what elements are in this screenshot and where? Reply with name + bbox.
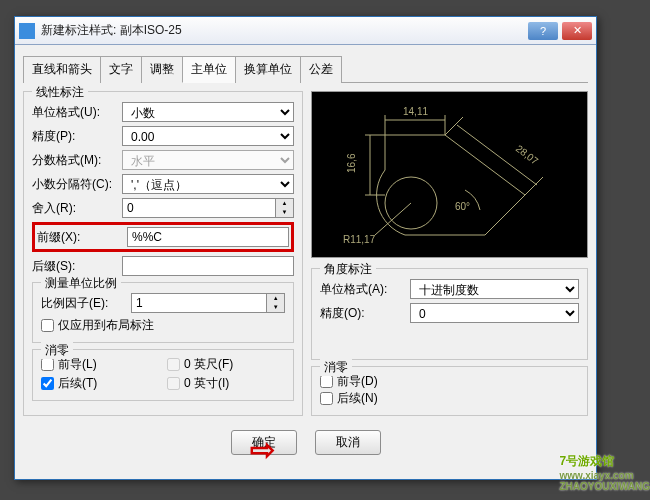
tab-text[interactable]: 文字 bbox=[100, 56, 142, 83]
round-spinner[interactable]: ▲▼ bbox=[276, 198, 294, 218]
annotation-arrow-icon: ⇨ bbox=[250, 432, 275, 467]
svg-text:28,07: 28,07 bbox=[513, 142, 540, 166]
fraction-format-label: 分数格式(M): bbox=[32, 152, 122, 169]
svg-text:60°: 60° bbox=[455, 201, 470, 212]
svg-text:R11,17: R11,17 bbox=[343, 234, 376, 245]
dimension-preview: 14,11 16,6 28,07 R11,17 60° bbox=[311, 91, 588, 258]
suffix-input[interactable] bbox=[122, 256, 294, 276]
prefix-input[interactable] bbox=[127, 227, 289, 247]
scale-group: 测量单位比例 比例因子(E): ▲▼ 仅应用到布局标注 bbox=[32, 282, 294, 343]
scale-factor-input[interactable] bbox=[131, 293, 267, 313]
ang-trailing-checkbox[interactable] bbox=[320, 392, 333, 405]
suffix-label: 后缀(S): bbox=[32, 258, 122, 275]
tab-strip: 直线和箭头 文字 调整 主单位 换算单位 公差 bbox=[23, 55, 588, 83]
trailing-label: 后续(T) bbox=[58, 375, 97, 392]
precision-select[interactable]: 0.00 bbox=[122, 126, 294, 146]
close-button[interactable]: ✕ bbox=[562, 22, 592, 40]
angular-legend: 角度标注 bbox=[320, 261, 376, 278]
zero-right-group: 消零 前导(D) 后续(N) bbox=[311, 366, 588, 416]
svg-line-10 bbox=[445, 117, 463, 135]
svg-text:14,11: 14,11 bbox=[403, 106, 428, 117]
angular-group: 角度标注 单位格式(A): 十进制度数 精度(O): 0 bbox=[311, 268, 588, 360]
inch-label: 0 英寸(I) bbox=[184, 375, 229, 392]
precision-label: 精度(P): bbox=[32, 128, 122, 145]
ang-unit-format-select[interactable]: 十进制度数 bbox=[410, 279, 579, 299]
unit-format-label: 单位格式(U): bbox=[32, 104, 122, 121]
tab-primary-units[interactable]: 主单位 bbox=[182, 56, 236, 83]
round-input[interactable] bbox=[122, 198, 276, 218]
unit-format-select[interactable]: 小数 bbox=[122, 102, 294, 122]
button-row: 确定 取消 bbox=[23, 422, 588, 455]
tab-tolerance[interactable]: 公差 bbox=[300, 56, 342, 83]
linear-legend: 线性标注 bbox=[32, 84, 88, 101]
layout-only-checkbox[interactable] bbox=[41, 319, 54, 332]
tab-fit[interactable]: 调整 bbox=[141, 56, 183, 83]
scale-legend: 测量单位比例 bbox=[41, 275, 121, 292]
prefix-label: 前缀(X): bbox=[37, 229, 127, 246]
feet-checkbox bbox=[167, 358, 180, 371]
decimal-sep-label: 小数分隔符(C): bbox=[32, 176, 122, 193]
decimal-sep-select[interactable]: ','（逗点） bbox=[122, 174, 294, 194]
title-bar: 新建标注样式: 副本ISO-25 ? ✕ bbox=[15, 17, 596, 45]
round-label: 舍入(R): bbox=[32, 200, 122, 217]
ang-leading-checkbox[interactable] bbox=[320, 375, 333, 388]
dimension-style-dialog: 新建标注样式: 副本ISO-25 ? ✕ 直线和箭头 文字 调整 主单位 换算单… bbox=[14, 16, 597, 480]
fraction-format-select: 水平 bbox=[122, 150, 294, 170]
ang-precision-label: 精度(O): bbox=[320, 305, 410, 322]
tab-lines-arrows[interactable]: 直线和箭头 bbox=[23, 56, 101, 83]
trailing-checkbox[interactable] bbox=[41, 377, 54, 390]
scale-spinner[interactable]: ▲▼ bbox=[267, 293, 285, 313]
feet-label: 0 英尺(F) bbox=[184, 356, 233, 373]
svg-line-9 bbox=[525, 177, 543, 195]
tab-alt-units[interactable]: 换算单位 bbox=[235, 56, 301, 83]
zero-right-legend: 消零 bbox=[320, 359, 352, 376]
ang-trailing-label: 后续(N) bbox=[337, 390, 378, 407]
layout-only-label: 仅应用到布局标注 bbox=[58, 317, 154, 334]
scale-factor-label: 比例因子(E): bbox=[41, 295, 131, 312]
ang-precision-select[interactable]: 0 bbox=[410, 303, 579, 323]
help-button[interactable]: ? bbox=[528, 22, 558, 40]
svg-line-13 bbox=[375, 203, 411, 235]
zero-left-group: 消零 前导(L) 0 英尺(F) 后续(T) 0 英寸(I) bbox=[32, 349, 294, 401]
prefix-highlight: 前缀(X): bbox=[32, 222, 294, 252]
window-title: 新建标注样式: 副本ISO-25 bbox=[41, 22, 524, 39]
app-icon bbox=[19, 23, 35, 39]
svg-text:16,6: 16,6 bbox=[346, 153, 357, 173]
ang-unit-format-label: 单位格式(A): bbox=[320, 281, 410, 298]
cancel-button[interactable]: 取消 bbox=[315, 430, 381, 455]
leading-checkbox[interactable] bbox=[41, 358, 54, 371]
zero-left-legend: 消零 bbox=[41, 342, 73, 359]
inch-checkbox bbox=[167, 377, 180, 390]
linear-group: 线性标注 单位格式(U): 小数 精度(P): 0.00 分数格式(M): 水平 bbox=[23, 91, 303, 416]
